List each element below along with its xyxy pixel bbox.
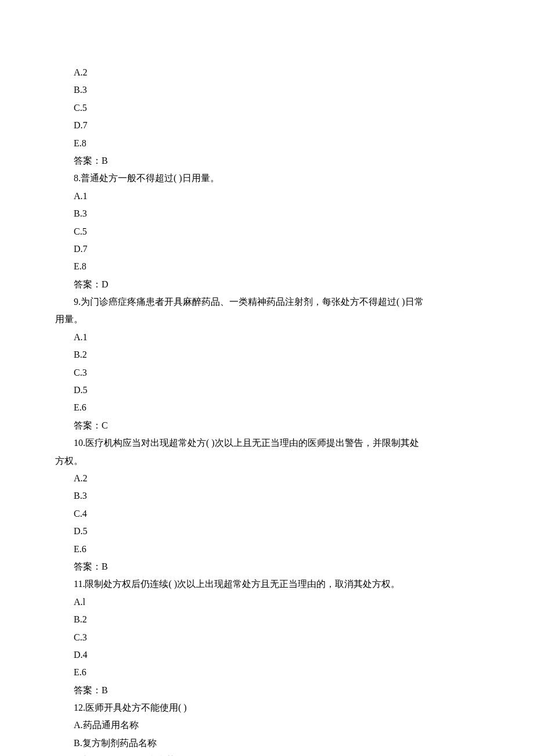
document-page: A.2 B.3 C.5 D.7 E.8 答案：B 8.普通处方一般不得超过( )…: [0, 0, 534, 756]
q11-stem: 11.限制处方权后仍连续( )次以上出现超常处方且无正当理由的，取消其处方权。: [55, 575, 479, 593]
q8-option-e: E.8: [55, 258, 479, 275]
q10-option-b: B.3: [55, 487, 479, 505]
q7-answer: 答案：B: [55, 152, 479, 170]
q9-option-d: D.5: [55, 381, 479, 399]
q9-answer: 答案：C: [55, 417, 479, 434]
q8-stem: 8.普通处方一般不得超过( )日用量。: [55, 170, 479, 187]
q7-option-c: C.5: [55, 99, 479, 117]
q10-stem-line2: 方权。: [55, 452, 479, 470]
q7-option-a: A.2: [55, 64, 479, 81]
q11-option-d: D.4: [55, 646, 479, 664]
q7-option-d: D.7: [55, 117, 479, 134]
q12-option-a: A.药品通用名称: [55, 717, 479, 734]
q10-option-d: D.5: [55, 523, 479, 540]
q9-option-e: E.6: [55, 399, 479, 416]
q9-option-c: C.3: [55, 364, 479, 381]
q8-option-a: A.1: [55, 188, 479, 205]
q10-answer: 答案：B: [55, 558, 479, 575]
q10-stem-line1: 10.医疗机构应当对出现超常处方( )次以上且无正当理由的医师提出警告，并限制其…: [55, 434, 479, 452]
q11-option-b: B.2: [55, 611, 479, 628]
q8-option-b: B.3: [55, 205, 479, 222]
q11-option-e: E.6: [55, 664, 479, 681]
q10-option-c: C.4: [55, 505, 479, 523]
q11-option-a: A.l: [55, 593, 479, 611]
q12-option-c: C.新活性化合物的专利药品名称: [55, 752, 479, 756]
q11-answer: 答案：B: [55, 682, 479, 699]
q9-stem-line1: 9.为门诊癌症疼痛患者开具麻醉药品、一类精神药品注射剂，每张处方不得超过( )日…: [55, 293, 479, 311]
q9-stem-line2: 用量。: [55, 311, 479, 328]
q9-option-a: A.1: [55, 329, 479, 346]
q9-option-b: B.2: [55, 346, 479, 363]
q7-option-e: E.8: [55, 135, 479, 152]
q12-option-b: B.复方制剂药品名称: [55, 735, 479, 752]
q8-option-c: C.5: [55, 223, 479, 240]
q10-option-a: A.2: [55, 470, 479, 487]
q11-option-c: C.3: [55, 629, 479, 646]
q10-option-e: E.6: [55, 541, 479, 558]
q8-answer: 答案：D: [55, 276, 479, 293]
q12-stem: 12.医师开具处方不能使用( ): [55, 699, 479, 717]
q7-option-b: B.3: [55, 81, 479, 99]
q8-option-d: D.7: [55, 240, 479, 258]
